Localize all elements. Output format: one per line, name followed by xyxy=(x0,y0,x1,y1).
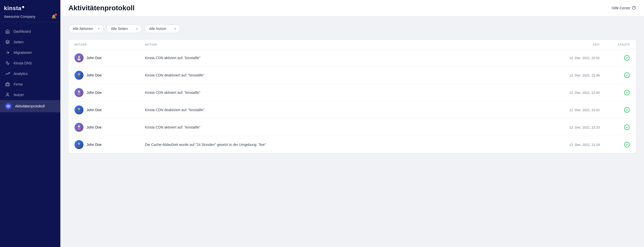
svg-point-9 xyxy=(78,56,80,58)
avatar xyxy=(74,53,84,62)
col-header-user: NUTZER xyxy=(74,43,145,46)
avatar xyxy=(74,105,84,114)
table-row: John Doe Kinsta CDN aktiviert auf: "kins… xyxy=(68,84,636,101)
user-cell: John Doe xyxy=(74,140,145,149)
svg-point-21 xyxy=(77,128,80,130)
page-title: Aktivitätenprotokoll xyxy=(68,4,135,12)
user-name: John Doe xyxy=(87,143,102,147)
table-row: John Doe Kinsta CDN deaktiviert auf: "ki… xyxy=(68,67,636,84)
sidebar-item-analytics[interactable]: Analytics xyxy=(0,68,60,79)
eye-icon xyxy=(5,103,12,109)
migration-icon xyxy=(5,50,10,55)
action-text: Kinsta CDN deaktiviert auf: "kinstalife" xyxy=(145,108,544,112)
filters-row: Alle Aktionen ▾ Alle Seiten ▾ Alle Nutze… xyxy=(68,24,636,33)
user-name: John Doe xyxy=(87,91,102,95)
sidebar-item-migrationen[interactable]: Migrationen xyxy=(0,47,60,58)
svg-point-4 xyxy=(8,106,9,107)
sidebar-item-seiten[interactable]: Seiten xyxy=(0,37,60,47)
chevron-down-icon: ▾ xyxy=(175,27,176,30)
chevron-down-icon: ▾ xyxy=(136,27,138,30)
svg-point-8 xyxy=(77,58,80,61)
svg-marker-0 xyxy=(6,40,10,42)
svg-rect-2 xyxy=(6,83,10,86)
sidebar-item-dashboard[interactable]: Dashboard xyxy=(0,26,60,37)
table-header: NUTZER AKTION ZEIT STAUTS xyxy=(68,40,636,49)
sidebar-item-label: Nutzer xyxy=(14,93,24,97)
notification-dot xyxy=(55,14,57,16)
home-icon xyxy=(5,29,10,34)
sidebar-item-firma[interactable]: Firma xyxy=(0,79,60,90)
sidebar-item-label: Dashboard xyxy=(14,29,31,33)
user-cell: John Doe xyxy=(74,71,145,80)
status-cell xyxy=(600,72,630,78)
sidebar-item-aktivitaetsprotokoll[interactable]: Aktivitätenprotokoll xyxy=(0,100,60,112)
sidebar-item-label: Firma xyxy=(14,82,23,86)
time-text: 12. Dez. 2021, 22:52 xyxy=(544,56,600,60)
svg-point-12 xyxy=(77,75,80,78)
time-text: 12. Dez. 2021, 22:32 xyxy=(544,108,600,112)
sidebar-item-label: Seiten xyxy=(14,40,24,44)
company-row: Awesome Company 🔔 xyxy=(4,14,56,19)
svg-point-3 xyxy=(7,93,8,95)
status-cell xyxy=(600,124,630,130)
user-name: John Doe xyxy=(87,56,102,60)
sidebar-header: kinsta Awesome Company 🔔 xyxy=(0,0,60,22)
col-header-status: STAUTS xyxy=(600,43,630,46)
svg-point-23 xyxy=(78,143,80,145)
status-cell xyxy=(600,107,630,113)
user-name: John Doe xyxy=(87,108,102,112)
success-icon xyxy=(624,124,630,130)
sidebar-item-kinsta-dns[interactable]: Kinsta DNS xyxy=(0,58,60,68)
help-center-label: Hilfe-Center xyxy=(612,6,630,10)
sidebar: kinsta Awesome Company 🔔 Dashboard xyxy=(0,0,60,247)
logo-dot xyxy=(22,6,24,8)
filter-pages[interactable]: Alle Seiten ▾ xyxy=(107,24,142,33)
time-text: 12. Dez. 2021, 22:23 xyxy=(544,126,600,129)
col-header-time: ZEIT xyxy=(544,43,600,46)
svg-point-15 xyxy=(77,93,80,95)
action-text: Die Cache-Ablaufzeit wurde auf "24 Stund… xyxy=(145,143,544,147)
success-icon xyxy=(624,72,630,78)
table-row: John Doe Kinsta CDN aktiviert auf: "kins… xyxy=(68,119,636,136)
building-icon xyxy=(5,82,10,87)
sidebar-item-nutzer[interactable]: Nutzer xyxy=(0,90,60,100)
table-row: John Doe Kinsta CDN aktiviert auf: "kins… xyxy=(68,49,636,67)
avatar xyxy=(74,123,84,132)
sidebar-item-label: Analytics xyxy=(14,72,28,76)
svg-point-11 xyxy=(78,73,80,75)
table-row: John Doe Kinsta CDN deaktiviert auf: "ki… xyxy=(68,101,636,119)
svg-point-18 xyxy=(77,110,80,113)
time-text: 12. Dez. 2021, 22:45 xyxy=(544,91,600,95)
main-content: Aktivitätenprotokoll Hilfe-Center Alle A… xyxy=(60,0,644,247)
filter-users[interactable]: Alle Nutzer ▾ xyxy=(145,24,180,33)
sidebar-item-label: Aktivitätenprotokoll xyxy=(15,104,45,108)
top-bar: Aktivitätenprotokoll Hilfe-Center xyxy=(60,0,644,16)
status-cell xyxy=(600,55,630,61)
success-icon xyxy=(624,90,630,96)
action-text: Kinsta CDN aktiviert auf: "kinstalife" xyxy=(145,56,544,60)
logo-text: kinsta xyxy=(4,5,22,12)
svg-point-24 xyxy=(77,145,80,147)
avatar xyxy=(74,88,84,97)
svg-point-14 xyxy=(78,91,80,93)
user-name: John Doe xyxy=(87,73,102,77)
action-text: Kinsta CDN aktiviert auf: "kinstalife" xyxy=(145,125,544,129)
col-header-action: AKTION xyxy=(145,43,544,46)
svg-point-17 xyxy=(78,108,80,110)
filter-pages-label: Alle Seiten xyxy=(111,27,128,31)
filter-users-label: Alle Nutzer xyxy=(149,27,166,31)
filter-actions[interactable]: Alle Aktionen ▾ xyxy=(68,24,104,33)
status-cell xyxy=(600,142,630,148)
notification-bell[interactable]: 🔔 xyxy=(51,14,56,19)
user-cell: John Doe xyxy=(74,53,145,62)
action-text: Kinsta CDN deaktiviert auf: "kinstalife" xyxy=(145,73,544,77)
layers-icon xyxy=(5,39,10,45)
success-icon xyxy=(624,107,630,113)
sidebar-item-label: Migrationen xyxy=(14,51,32,55)
nav-menu: Dashboard Seiten Migrationen xyxy=(0,22,60,247)
time-text: 12. Dez. 2021, 22:48 xyxy=(544,73,600,77)
activity-table: NUTZER AKTION ZEIT STAUTS John Doe Kinst… xyxy=(68,40,636,153)
help-center-link[interactable]: Hilfe-Center xyxy=(612,6,636,11)
success-icon xyxy=(624,142,630,148)
help-circle-icon xyxy=(632,6,636,11)
